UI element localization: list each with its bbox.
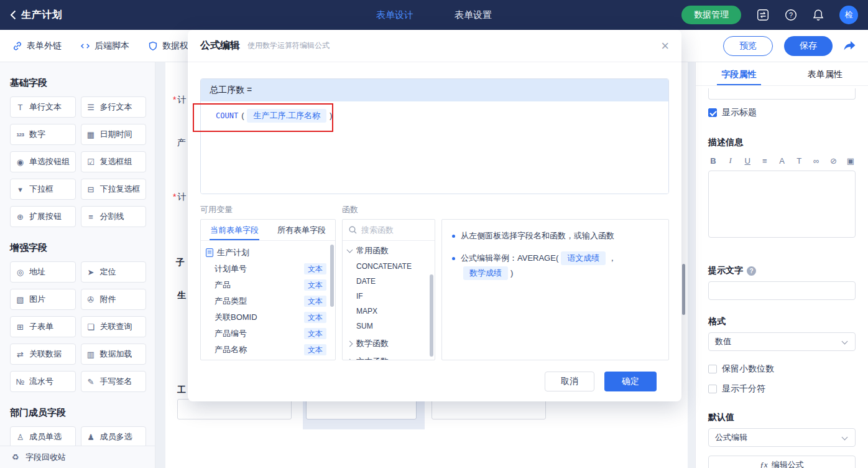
italic-icon[interactable]: I [726,156,736,166]
default-value-select[interactable]: 公式编辑 [708,428,856,447]
function-group-text[interactable]: 文本函数 [343,353,435,360]
unchecked-checkbox-icon [708,365,717,373]
thousands-checkbox[interactable]: 显示千分符 [708,383,856,395]
data-manage-button[interactable]: 数据管理 [681,6,741,24]
formula-expression[interactable]: COUNT ( 生产工序.工序名称 ) [207,109,335,123]
function-item[interactable]: DATE [343,274,435,289]
bold-icon[interactable]: B [708,156,718,166]
description-textarea[interactable] [708,171,856,238]
field-item-subform[interactable]: ⊞子表单 [10,316,76,337]
field-item-dropdown[interactable]: ▾下拉框 [10,179,76,200]
field-item-dropdown-multi[interactable]: ⊟下拉复选框 [81,179,147,200]
preview-button[interactable]: 预览 [723,36,773,56]
function-search-input[interactable] [361,225,417,235]
cancel-button[interactable]: 取消 [545,372,594,391]
field-recycle-bin[interactable]: ♻ 字段回收站 [0,446,155,468]
tab-form-properties[interactable]: 表单属性 [782,62,868,85]
variable-row[interactable]: 产品类型文本 [201,293,335,309]
function-item[interactable]: IF [343,289,435,304]
variables-scrollbar[interactable] [330,245,334,307]
tab-all-form-fields[interactable]: 所有表单字段 [268,220,335,240]
recycle-bin-icon: ♻ [10,452,21,462]
field-token-pill[interactable]: 生产工序.工序名称 [247,109,326,123]
tab-current-form-fields[interactable]: 当前表单字段 [201,220,268,240]
field-item-serial-number[interactable]: №流水号 [10,371,76,392]
function-item[interactable]: MAPX [343,304,435,319]
show-title-checkbox[interactable]: 显示标题 [708,107,856,118]
confirm-button[interactable]: 确定 [604,372,657,391]
field-item-datetime[interactable]: ▦日期时间 [81,124,147,145]
field-item-divider[interactable]: ≡分割线 [81,206,147,227]
function-item[interactable]: CONCATENATE [343,259,435,274]
close-icon[interactable]: × [661,40,669,52]
function-group-common[interactable]: 常用函数 [343,243,435,259]
field-item-attachment[interactable]: ✇附件 [81,289,147,310]
field-item-signature[interactable]: ✎手写签名 [81,371,147,392]
function-name-token[interactable]: COUNT [216,109,238,123]
insert-image-icon[interactable]: ▣ [846,156,856,166]
canvas-input[interactable] [177,399,292,419]
link-icon[interactable]: ∞ [811,156,821,166]
tab-form-design[interactable]: 表单设计 [376,9,413,21]
multi-line-text-icon: ☰ [86,103,96,112]
title-input-partial[interactable] [708,88,856,100]
variable-row[interactable]: 产品编号文本 [201,325,335,342]
avatar[interactable]: 检 [839,6,858,24]
field-item-radio-group[interactable]: ◉单选按钮组 [10,151,76,172]
field-item-data-load[interactable]: ▥数据加载 [81,344,147,365]
type-tag: 文本 [304,279,326,291]
data-load-icon: ▥ [86,350,96,359]
type-tag: 文本 [304,263,326,274]
canvas-input[interactable] [306,399,417,419]
underline-icon[interactable]: U [742,156,752,166]
field-item-related-data[interactable]: ⇄关联数据 [10,344,76,365]
field-label-fragment: 工 [177,385,186,395]
align-icon[interactable]: ≡ [760,156,770,166]
variable-row[interactable]: 产品名称文本 [201,342,335,358]
tab-field-properties[interactable]: 字段属性 [696,62,782,85]
field-item-location[interactable]: ➤定位 [81,261,147,283]
backend-script-button[interactable]: 后端脚本 [80,40,129,52]
type-tag: 文本 [304,328,326,339]
functions-scrollbar[interactable] [430,274,433,357]
save-button[interactable]: 保存 [784,36,833,56]
format-select[interactable]: 数值 [708,332,856,351]
edit-formula-button[interactable]: ƒx 编辑公式 [708,456,856,468]
enhanced-fields-grid: ◎地址 ➤定位 ▧图片 ✇附件 ⊞子表单 ❏关联查询 ⇄关联数据 ▥数据加载 №… [10,261,146,392]
tree-root-form[interactable]: 生产计划 [201,245,335,261]
back-button[interactable] [10,10,16,20]
field-item-single-line-text[interactable]: T单行文本 [10,96,76,118]
unlink-icon[interactable]: ⊘ [828,156,838,166]
field-item-member-multi[interactable]: ♟成员多选 [81,426,147,447]
hint-text-input[interactable] [708,281,856,300]
variable-row[interactable]: 产品文本 [201,277,335,293]
field-item-related-query[interactable]: ❏关联查询 [81,316,147,337]
field-item-number[interactable]: 123数字 [10,124,76,145]
field-item-checkbox-group[interactable]: ☑复选框组 [81,151,147,172]
canvas-input[interactable] [432,399,546,419]
data-permission-button[interactable]: 数据权 [148,40,188,52]
field-item-multi-line-text[interactable]: ☰多行文本 [81,96,147,118]
font-color-icon[interactable]: A [777,156,787,166]
hint-help-icon[interactable]: ? [747,266,756,276]
formula-editor-area[interactable]: COUNT ( 生产工序.工序名称 ) [201,101,668,194]
canvas-scrollbar[interactable] [682,264,685,315]
radio-icon: ◉ [15,157,25,167]
field-item-extend-button[interactable]: ⊕扩展按钮 [10,206,76,227]
bell-icon[interactable] [813,9,824,21]
function-group-math[interactable]: 数学函数 [343,335,435,352]
field-item-member-single[interactable]: ♙成员单选 [10,426,76,447]
font-size-icon[interactable]: T [794,156,804,166]
variable-row[interactable]: 计划单号文本 [201,261,335,277]
switch-app-icon[interactable] [757,9,769,21]
tab-form-settings[interactable]: 表单设置 [455,9,492,21]
field-item-address[interactable]: ◎地址 [10,261,76,283]
function-item[interactable]: SUM [343,319,435,334]
field-item-image[interactable]: ▧图片 [10,289,76,310]
format-label: 格式 [708,316,856,327]
help-icon[interactable]: ? [785,9,797,21]
decimal-checkbox[interactable]: 保留小数位数 [708,363,856,375]
variable-row[interactable]: 关联BOMID文本 [201,309,335,325]
share-icon[interactable] [844,41,856,51]
form-external-link-button[interactable]: 表单外链 [12,40,62,52]
